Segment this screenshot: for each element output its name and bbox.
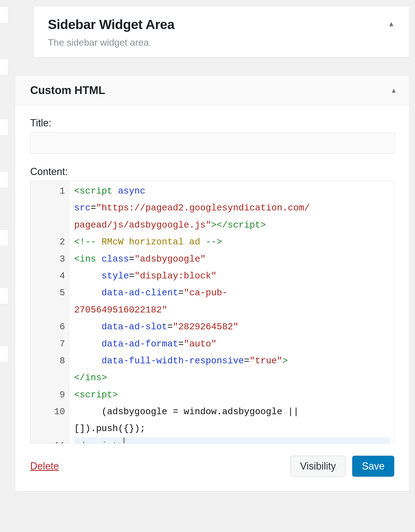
widget-actions: Delete Visibility Save <box>15 444 409 491</box>
other-panel-stub <box>0 230 8 246</box>
widget-panel-custom-html: Custom HTML ▲ Title: Content: 1234567891… <box>15 75 409 491</box>
save-button[interactable]: Save <box>352 456 394 477</box>
other-panel-stub <box>0 346 8 362</box>
other-panel-stub <box>0 171 8 188</box>
widget-body: Title: Content: 1234567891011 <script as… <box>15 105 409 444</box>
widget-area-title: Sidebar Widget Area <box>48 17 175 32</box>
widget-name: Custom HTML <box>30 84 105 97</box>
collapse-toggle-icon[interactable]: ▲ <box>390 87 397 94</box>
content-code-editor[interactable]: 1234567891011 <script asyncsrc="https://… <box>30 181 394 444</box>
widget-header[interactable]: Custom HTML ▲ <box>15 76 409 105</box>
other-panel-stub <box>0 119 8 135</box>
visibility-button[interactable]: Visibility <box>290 456 346 477</box>
collapse-toggle-icon[interactable]: ▲ <box>388 17 395 28</box>
title-label: Title: <box>30 117 394 129</box>
widget-area-header[interactable]: Sidebar Widget Area The sidebar widget a… <box>33 6 409 57</box>
code-gutter: 1234567891011 <box>30 181 69 443</box>
other-panel-stub <box>0 288 8 304</box>
other-panel-stub <box>0 7 8 23</box>
widget-area-panel: Sidebar Widget Area The sidebar widget a… <box>33 6 409 58</box>
content-label: Content: <box>30 166 394 178</box>
code-content[interactable]: <script asyncsrc="https://pagead2.google… <box>69 181 394 443</box>
other-panel-stub <box>0 59 8 75</box>
title-input[interactable] <box>30 132 394 154</box>
widget-area-description: The sidebar widget area <box>48 37 175 48</box>
delete-link[interactable]: Delete <box>30 460 59 472</box>
